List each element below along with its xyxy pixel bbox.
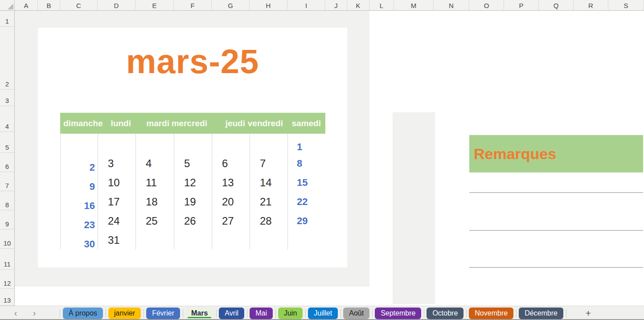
row-header[interactable]: 4 [0, 106, 14, 132]
calendar-day-header-cell[interactable]: jeudi [212, 113, 250, 134]
calendar-day-cell[interactable] [98, 134, 135, 154]
select-all-corner[interactable] [0, 0, 15, 11]
calendar-day-cell[interactable]: 13 [212, 173, 250, 192]
sheet-tab-avril[interactable]: Avril [219, 308, 244, 319]
calendar-day-header-cell[interactable]: mercredi [174, 113, 212, 134]
column-header[interactable]: I [287, 0, 325, 10]
calendar-day-cell[interactable]: 25 [135, 211, 174, 230]
calendar-day-cell[interactable]: 6 [212, 154, 250, 173]
column-header[interactable]: M [394, 0, 434, 10]
calendar-day-cell[interactable]: 14 [250, 173, 287, 192]
column-header[interactable]: L [369, 0, 394, 10]
calendar-day-cell[interactable]: 5 [174, 154, 212, 173]
calendar-day-cell[interactable]: 26 [174, 211, 212, 230]
sheet-tab-à-propos[interactable]: À propos [63, 308, 103, 319]
calendar-day-cell[interactable]: 12 [174, 173, 212, 192]
row-header[interactable]: 2 [0, 27, 14, 90]
row-header[interactable]: 1 [0, 11, 14, 27]
column-header[interactable]: O [469, 0, 504, 10]
calendar-month-title[interactable]: mars-25 [38, 45, 347, 78]
calendar-day-cell[interactable] [135, 134, 174, 154]
calendar-day-cell[interactable]: 18 [135, 192, 174, 211]
row-header[interactable]: 11 [0, 249, 14, 270]
calendar-day-cell[interactable]: 28 [250, 211, 287, 230]
row-header[interactable]: 13 [0, 289, 14, 306]
row-header[interactable]: 12 [0, 270, 14, 289]
calendar-day-cell[interactable] [250, 230, 287, 250]
column-header[interactable]: B [38, 0, 60, 10]
row-header[interactable]: 7 [0, 172, 14, 191]
column-header[interactable]: Q [539, 0, 574, 10]
remarks-banner[interactable]: Remarques [469, 135, 643, 172]
add-sheet-button[interactable]: + [582, 308, 595, 319]
calendar-day-header-cell[interactable]: vendredi [250, 113, 287, 134]
calendar-day-cell[interactable]: 1 [287, 134, 325, 154]
row-header[interactable]: 8 [0, 191, 14, 210]
row-header[interactable]: 10 [0, 230, 14, 249]
calendar-day-cell[interactable]: 23 [60, 211, 98, 230]
calendar-day-cell[interactable]: 4 [135, 154, 174, 173]
column-header[interactable]: G [212, 0, 250, 10]
column-header[interactable]: F [174, 0, 212, 10]
calendar-day-cell[interactable]: 2 [60, 154, 98, 173]
calendar-day-cell[interactable] [60, 134, 98, 154]
column-header[interactable]: R [574, 0, 608, 10]
column-header[interactable]: N [434, 0, 469, 10]
calendar-day-header-cell[interactable]: samedi [287, 113, 325, 134]
calendar-day-cell[interactable]: 8 [287, 154, 325, 173]
calendar-day-cell[interactable] [212, 134, 250, 154]
column-header[interactable]: A [15, 0, 38, 10]
sheet-tab-mai[interactable]: Mai [250, 308, 273, 319]
calendar-day-cell[interactable]: 9 [60, 173, 98, 192]
calendar-day-cell[interactable]: 27 [212, 211, 250, 230]
calendar-day-cell[interactable]: 22 [287, 192, 325, 211]
calendar-day-cell[interactable] [212, 230, 250, 250]
calendar-day-cell[interactable]: 11 [135, 173, 174, 192]
calendar-day-cell[interactable]: 7 [250, 154, 287, 173]
calendar-day-header-cell[interactable]: mardi [135, 113, 174, 134]
calendar-day-cell[interactable]: 10 [98, 173, 135, 192]
column-header[interactable]: K [347, 0, 369, 10]
calendar-day-cell[interactable]: 20 [212, 192, 250, 211]
calendar-day-header-cell[interactable]: dimanche [60, 113, 98, 134]
tab-scroll-right-icon[interactable]: › [29, 307, 39, 319]
sheet-tab-juin[interactable]: Juin [278, 308, 303, 319]
column-header[interactable]: J [325, 0, 347, 10]
calendar-day-header-cell[interactable]: lundi [98, 113, 135, 134]
calendar-day-cell[interactable] [287, 230, 325, 250]
sheet-tab-mars[interactable]: Mars [185, 308, 213, 319]
column-header[interactable]: E [135, 0, 174, 10]
column-header[interactable]: H [250, 0, 287, 10]
calendar-day-cell[interactable] [174, 230, 212, 250]
sheet-tab-décembre[interactable]: Décembre [519, 308, 563, 319]
sheet-tab-février[interactable]: Février [146, 308, 180, 319]
tab-scroll-left-icon[interactable]: ‹ [11, 307, 21, 319]
sheet-area[interactable]: mars-25 dimanchelundimardimercredijeudiv… [15, 11, 644, 306]
column-header[interactable]: S [608, 0, 644, 10]
sheet-tab-janvier[interactable]: janvier [108, 308, 141, 319]
calendar-day-cell[interactable]: 3 [98, 154, 135, 173]
calendar-day-cell[interactable]: 30 [60, 230, 98, 250]
sheet-tab-octobre[interactable]: Octobre [427, 308, 464, 319]
calendar-day-cell[interactable]: 24 [98, 211, 135, 230]
calendar-day-cell[interactable]: 21 [250, 192, 287, 211]
calendar-day-cell[interactable] [135, 230, 174, 250]
sheet-tab-juillet[interactable]: Juillet [308, 308, 338, 319]
calendar-day-cell[interactable]: 17 [98, 192, 135, 211]
row-header[interactable]: 5 [0, 132, 14, 153]
sheet-tab-août[interactable]: Août [343, 308, 369, 319]
sheet-tab-novembre[interactable]: Novembre [469, 308, 513, 319]
row-header[interactable]: 3 [0, 90, 14, 106]
calendar-day-cell[interactable]: 19 [174, 192, 212, 211]
row-header[interactable]: 9 [0, 210, 14, 230]
calendar-day-cell[interactable]: 15 [287, 173, 325, 192]
calendar-day-cell[interactable]: 31 [98, 230, 135, 250]
calendar-day-cell[interactable] [174, 134, 212, 154]
column-header[interactable]: C [60, 0, 98, 10]
sheet-tab-septembre[interactable]: Septembre [375, 308, 421, 319]
column-header[interactable]: D [98, 0, 135, 10]
calendar-day-cell[interactable]: 29 [287, 211, 325, 230]
calendar-day-cell[interactable]: 16 [60, 192, 98, 211]
calendar-day-cell[interactable] [250, 134, 287, 154]
row-header[interactable]: 6 [0, 153, 14, 172]
